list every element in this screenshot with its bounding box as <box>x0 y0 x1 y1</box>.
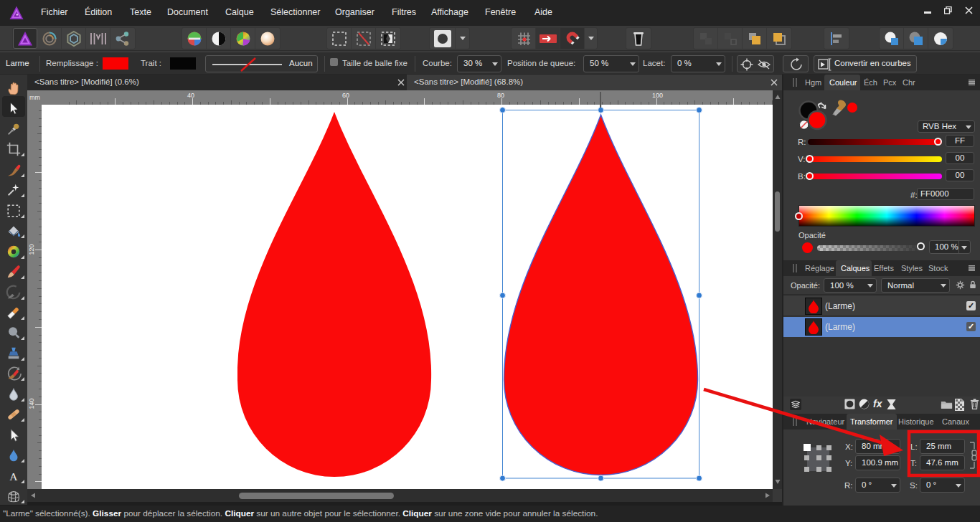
svg-text:A: A <box>9 470 18 482</box>
